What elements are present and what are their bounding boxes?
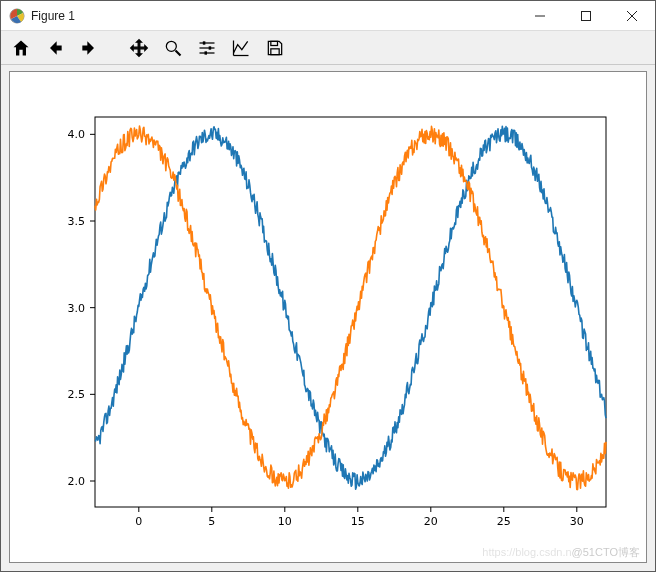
svg-text:3.5: 3.5 — [68, 215, 86, 228]
svg-text:3.0: 3.0 — [68, 302, 86, 315]
plot-canvas[interactable]: 0510152025302.02.53.03.54.0 https://blog… — [9, 71, 647, 563]
close-button[interactable] — [609, 1, 655, 31]
home-icon[interactable] — [9, 36, 33, 60]
save-icon[interactable] — [263, 36, 287, 60]
svg-text:4.0: 4.0 — [68, 128, 86, 141]
toolbar — [1, 31, 655, 65]
svg-text:10: 10 — [278, 515, 292, 528]
edit-axis-icon[interactable] — [229, 36, 253, 60]
svg-point-5 — [166, 41, 176, 51]
window-title: Figure 1 — [31, 9, 75, 23]
svg-rect-17 — [95, 117, 606, 507]
svg-text:15: 15 — [351, 515, 365, 528]
app-icon — [9, 8, 25, 24]
line-chart: 0510152025302.02.53.03.54.0 — [10, 72, 646, 562]
svg-text:0: 0 — [135, 515, 142, 528]
svg-rect-12 — [205, 51, 208, 54]
svg-text:2.5: 2.5 — [68, 388, 86, 401]
svg-text:5: 5 — [208, 515, 215, 528]
svg-text:25: 25 — [497, 515, 511, 528]
svg-text:30: 30 — [570, 515, 584, 528]
title-bar: Figure 1 — [1, 1, 655, 31]
forward-icon[interactable] — [77, 36, 101, 60]
svg-rect-10 — [209, 46, 212, 49]
svg-text:2.0: 2.0 — [68, 475, 86, 488]
svg-rect-15 — [271, 41, 278, 45]
back-icon[interactable] — [43, 36, 67, 60]
minimize-button[interactable] — [517, 1, 563, 31]
maximize-button[interactable] — [563, 1, 609, 31]
configure-icon[interactable] — [195, 36, 219, 60]
svg-rect-8 — [203, 41, 206, 44]
pan-icon[interactable] — [127, 36, 151, 60]
svg-line-6 — [176, 50, 181, 55]
svg-rect-2 — [582, 11, 591, 20]
svg-rect-16 — [271, 48, 279, 54]
svg-text:20: 20 — [424, 515, 438, 528]
zoom-icon[interactable] — [161, 36, 185, 60]
app-window: Figure 1 — [0, 0, 656, 572]
